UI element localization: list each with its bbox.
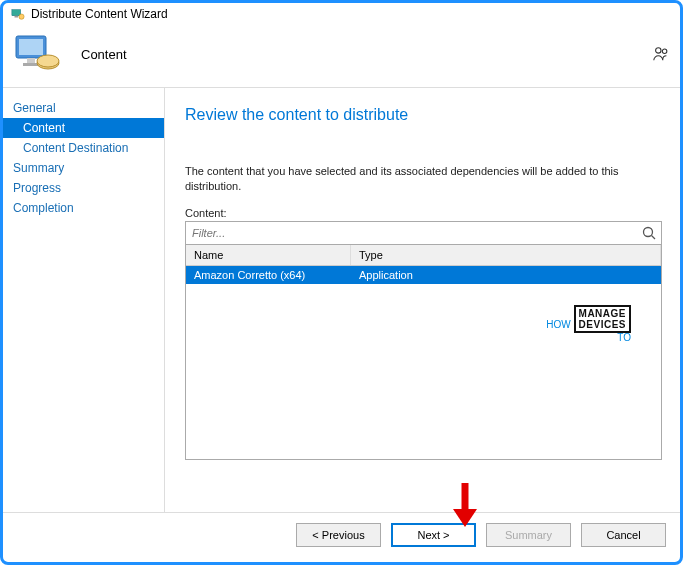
table-row[interactable]: Amazon Corretto (x64) Application xyxy=(186,266,661,284)
svg-point-10 xyxy=(662,49,667,54)
search-icon[interactable] xyxy=(641,225,657,241)
previous-button[interactable]: < Previous xyxy=(296,523,381,547)
content-label: Content: xyxy=(185,207,662,219)
people-icon xyxy=(652,45,670,63)
summary-button: Summary xyxy=(486,523,571,547)
table-header: Name Type xyxy=(186,245,661,266)
svg-point-8 xyxy=(37,55,59,67)
nav-summary[interactable]: Summary xyxy=(3,158,164,178)
content-table: Name Type Amazon Corretto (x64) Applicat… xyxy=(185,245,662,460)
watermark: HOW MANAGEDEVICES TO xyxy=(546,305,631,343)
cancel-button[interactable]: Cancel xyxy=(581,523,666,547)
svg-point-2 xyxy=(19,14,24,19)
page-description: The content that you have selected and i… xyxy=(185,164,662,195)
svg-line-12 xyxy=(652,235,656,239)
svg-point-11 xyxy=(644,227,653,236)
monitor-icon xyxy=(13,33,61,75)
filter-row xyxy=(185,221,662,245)
content-area: General Content Content Destination Summ… xyxy=(3,87,680,512)
nav-general[interactable]: General xyxy=(3,98,164,118)
page-heading: Review the content to distribute xyxy=(185,106,662,124)
cell-type: Application xyxy=(351,266,661,284)
nav-content-destination[interactable]: Content Destination xyxy=(3,138,164,158)
next-button[interactable]: Next > xyxy=(391,523,476,547)
filter-input[interactable] xyxy=(186,225,637,241)
nav-content[interactable]: Content xyxy=(3,118,164,138)
sidebar: General Content Content Destination Summ… xyxy=(3,88,165,512)
app-icon xyxy=(11,7,25,21)
main-panel: Review the content to distribute The con… xyxy=(165,88,680,512)
nav-completion[interactable]: Completion xyxy=(3,198,164,218)
column-name[interactable]: Name xyxy=(186,245,351,265)
window-title: Distribute Content Wizard xyxy=(31,7,168,21)
column-type[interactable]: Type xyxy=(351,245,661,265)
svg-point-9 xyxy=(656,48,661,53)
header: Content xyxy=(3,25,680,87)
cell-name: Amazon Corretto (x64) xyxy=(186,266,351,284)
button-bar: < Previous Next > Summary Cancel xyxy=(3,512,680,557)
title-bar: Distribute Content Wizard xyxy=(3,3,680,25)
svg-rect-5 xyxy=(27,58,35,63)
svg-rect-4 xyxy=(19,39,43,55)
header-title: Content xyxy=(81,47,127,62)
svg-rect-1 xyxy=(15,16,19,18)
nav-progress[interactable]: Progress xyxy=(3,178,164,198)
